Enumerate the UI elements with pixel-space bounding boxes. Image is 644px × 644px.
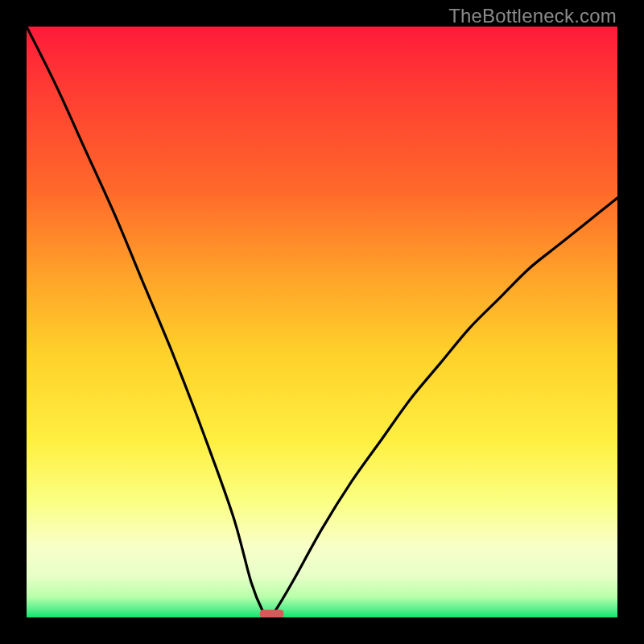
bottleneck-curve (27, 27, 617, 617)
outer-black-frame: TheBottleneck.com (0, 0, 644, 644)
watermark-text: TheBottleneck.com (448, 5, 617, 27)
plot-area (27, 27, 617, 617)
svg-rect-1 (260, 610, 283, 617)
